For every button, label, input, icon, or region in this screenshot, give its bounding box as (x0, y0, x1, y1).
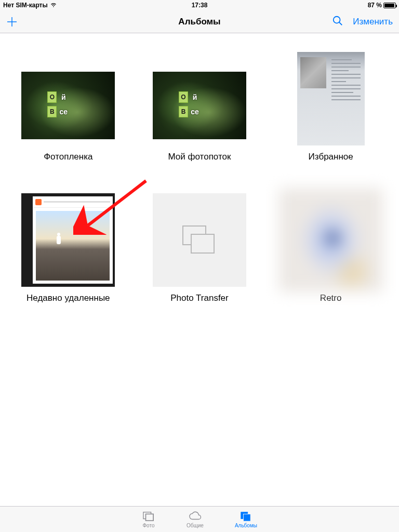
status-bar: Нет SIM-карты 17:38 87 % (0, 0, 399, 10)
album-photo-stream[interactable]: Ой Все Мой фотопоток (148, 52, 251, 162)
album-camera-roll[interactable]: Ой Все Фотопленка (16, 52, 120, 162)
tab-shared[interactable]: Общие (187, 511, 204, 528)
tile-letter: й (59, 91, 68, 103)
album-label: Фотопленка (44, 152, 92, 162)
page-title: Альбомы (178, 17, 220, 27)
album-label: Избранное (309, 152, 353, 162)
tab-label: Альбомы (235, 523, 257, 528)
album-recently-deleted[interactable]: Недавно удаленные (16, 193, 120, 303)
album-thumbnail (21, 193, 115, 287)
edit-button[interactable]: Изменить (353, 17, 393, 27)
album-label: Retro (320, 293, 342, 303)
add-album-button[interactable] (6, 16, 18, 28)
tab-label: Общие (187, 523, 204, 528)
svg-rect-9 (146, 514, 154, 521)
nav-bar: Альбомы Изменить (0, 10, 399, 33)
album-retro[interactable]: Retro (279, 193, 383, 303)
svg-point-2 (334, 16, 340, 23)
svg-line-3 (339, 22, 342, 25)
clock: 17:38 (192, 2, 208, 9)
albums-tab-icon (239, 511, 252, 522)
album-thumbnail: Ой Все (21, 52, 115, 145)
empty-album-icon (179, 222, 220, 258)
album-thumbnail: Ой Все (153, 52, 246, 145)
tile-letter: се (59, 106, 68, 117)
cloud-tab-icon (188, 511, 202, 522)
battery-pct: 87 % (368, 2, 382, 9)
album-thumbnail (284, 52, 378, 145)
album-label: Мой фотопоток (168, 152, 231, 162)
tab-bar: Фото Общие Альбомы (0, 506, 399, 532)
tab-photos[interactable]: Фото (142, 511, 155, 528)
wifi-icon (50, 2, 57, 9)
tile-letter: О (47, 91, 57, 103)
tab-albums[interactable]: Альбомы (235, 511, 257, 528)
album-thumbnail (279, 193, 383, 287)
tab-label: Фото (143, 523, 155, 528)
album-label: Photo Transfer (170, 293, 229, 303)
tile-letter: В (47, 106, 57, 117)
album-photo-transfer[interactable]: Photo Transfer (148, 193, 251, 303)
photos-tab-icon (142, 511, 155, 522)
battery-indicator: 87 % (368, 2, 396, 9)
album-thumbnail (153, 193, 246, 287)
carrier-text: Нет SIM-карты (3, 2, 48, 9)
album-favorites[interactable]: Избранное (279, 52, 383, 162)
album-label: Недавно удаленные (26, 293, 110, 303)
svg-rect-12 (244, 514, 251, 521)
albums-grid: Ой Все Фотопленка Ой Все Мой фотопоток (0, 33, 399, 303)
svg-rect-6 (191, 234, 214, 253)
search-button[interactable] (332, 15, 343, 29)
